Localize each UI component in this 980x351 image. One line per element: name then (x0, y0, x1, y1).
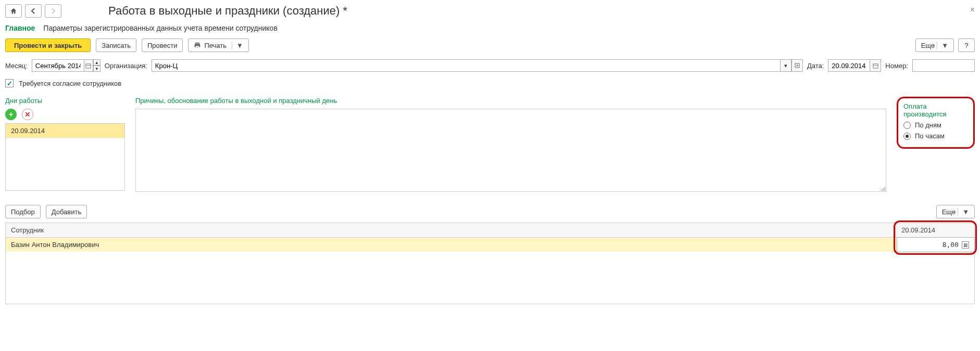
radio-by-hours[interactable]: По часам (903, 132, 968, 140)
radio-by-days[interactable]: По дням (903, 121, 968, 129)
add-employee-button[interactable]: Добавить (46, 205, 87, 218)
number-input[interactable] (912, 59, 975, 72)
employees-toolbar: Подбор Добавить Еще ▼ (5, 205, 975, 218)
home-button[interactable] (5, 4, 22, 18)
spin-up-icon[interactable]: ▲ (93, 59, 100, 66)
number-label: Номер: (885, 62, 908, 70)
table-empty-area (6, 252, 974, 304)
date-input[interactable] (828, 59, 870, 72)
employees-table: Сотрудник 20.09.2014 Базин Антон Владими… (5, 223, 975, 304)
date-calendar-button[interactable] (870, 59, 881, 72)
days-list[interactable]: 20.09.2014 (5, 123, 125, 191)
post-close-button[interactable]: Провести и закрыть (5, 38, 91, 52)
save-button[interactable]: Записать (96, 38, 136, 52)
days-toolbar: + ✕ (5, 109, 125, 120)
chevron-down-icon: ▼ (958, 208, 969, 216)
hours-value: 8,00 (943, 241, 959, 249)
col-employee[interactable]: Сотрудник (6, 223, 896, 237)
consent-label: Требуется согласие сотрудников (19, 80, 121, 87)
employees-more-button[interactable]: Еще ▼ (936, 205, 975, 218)
calendar-icon (873, 63, 878, 69)
arrow-right-icon (50, 8, 56, 14)
nav-row: Работа в выходные и праздники (создание)… (5, 4, 975, 18)
month-input[interactable] (32, 59, 84, 72)
radio-hours-label: По часам (915, 132, 945, 140)
chevron-down-icon: ▼ (232, 42, 243, 49)
delete-day-button[interactable]: ✕ (22, 109, 33, 120)
more-label: Еще (942, 208, 956, 216)
svg-rect-6 (873, 63, 878, 68)
svg-rect-0 (195, 43, 200, 45)
table-row[interactable]: Базин Антон Владимирович 8,00 ▦ (6, 238, 974, 252)
org-open-button[interactable] (791, 59, 803, 72)
printer-icon (194, 42, 201, 49)
post-button[interactable]: Провести (142, 38, 183, 52)
home-icon (10, 7, 17, 15)
org-box: ▾ (152, 59, 803, 72)
days-column: Дни работы + ✕ 20.09.2014 (5, 97, 125, 191)
days-header: Дни работы (5, 97, 125, 105)
tab-main[interactable]: Главное (5, 24, 35, 32)
day-item[interactable]: 20.09.2014 (6, 124, 124, 138)
radio-icon (903, 133, 911, 140)
org-label: Организация: (105, 62, 147, 70)
help-button[interactable]: ? (958, 38, 975, 52)
print-button[interactable]: Печать ▼ (188, 38, 248, 52)
more-label: Еще (921, 42, 935, 49)
payment-header: Оплата производится (903, 102, 968, 118)
fields-row: Месяц: ▲ ▼ Организация: ▾ Дата: Номер: (5, 59, 975, 72)
month-box: ▲ ▼ (32, 59, 100, 72)
svg-rect-2 (196, 46, 199, 48)
reason-column: Причины, обоснование работы в выходной и… (135, 97, 886, 193)
consent-checkbox[interactable]: ✓ (5, 79, 14, 87)
payment-column: Оплата производится По дням По часам (897, 97, 975, 149)
back-button[interactable] (25, 4, 42, 18)
print-label: Печать (204, 42, 227, 49)
org-dropdown-button[interactable]: ▾ (780, 59, 791, 72)
cell-employee[interactable]: Базин Антон Владимирович (6, 238, 897, 252)
reason-header: Причины, обоснование работы в выходной и… (135, 97, 886, 105)
spin-down-icon[interactable]: ▼ (93, 66, 100, 72)
radio-icon (903, 122, 911, 129)
more-button[interactable]: Еще ▼ (915, 38, 954, 52)
col-date[interactable]: 20.09.2014 (896, 223, 974, 237)
org-input[interactable] (152, 59, 780, 72)
calendar-button[interactable] (84, 59, 93, 72)
radio-days-label: По дням (915, 121, 941, 129)
chevron-down-icon: ▼ (937, 42, 948, 49)
date-label: Дата: (807, 62, 824, 70)
consent-row: ✓ Требуется согласие сотрудников (5, 79, 975, 87)
arrow-left-icon (30, 8, 36, 14)
table-header: Сотрудник 20.09.2014 (6, 223, 974, 238)
main-toolbar: Провести и закрыть Записать Провести Печ… (5, 38, 975, 52)
open-icon (795, 63, 800, 68)
page-title: Работа в выходные и праздники (создание)… (108, 4, 347, 18)
col-date-label: 20.09.2014 (901, 226, 935, 234)
forward-button[interactable] (45, 4, 61, 18)
close-button[interactable]: × (970, 5, 975, 15)
pick-button[interactable]: Подбор (5, 205, 41, 218)
sections-row: Дни работы + ✕ 20.09.2014 Причины, обосн… (5, 97, 975, 193)
month-spinner[interactable]: ▲ ▼ (93, 59, 100, 72)
cell-hours[interactable]: 8,00 ▦ (897, 237, 975, 252)
date-box (828, 59, 881, 72)
month-label: Месяц: (5, 62, 28, 70)
reason-textarea[interactable] (135, 109, 886, 192)
add-day-button[interactable]: + (5, 109, 17, 120)
calculator-icon[interactable]: ▦ (962, 241, 969, 249)
svg-rect-3 (86, 63, 91, 68)
tab-params[interactable]: Параметры зарегистрированных данных учет… (43, 24, 278, 32)
nav-group (5, 4, 61, 18)
calendar-icon (85, 63, 91, 69)
tab-bar: Главное Параметры зарегистрированных дан… (5, 24, 975, 32)
